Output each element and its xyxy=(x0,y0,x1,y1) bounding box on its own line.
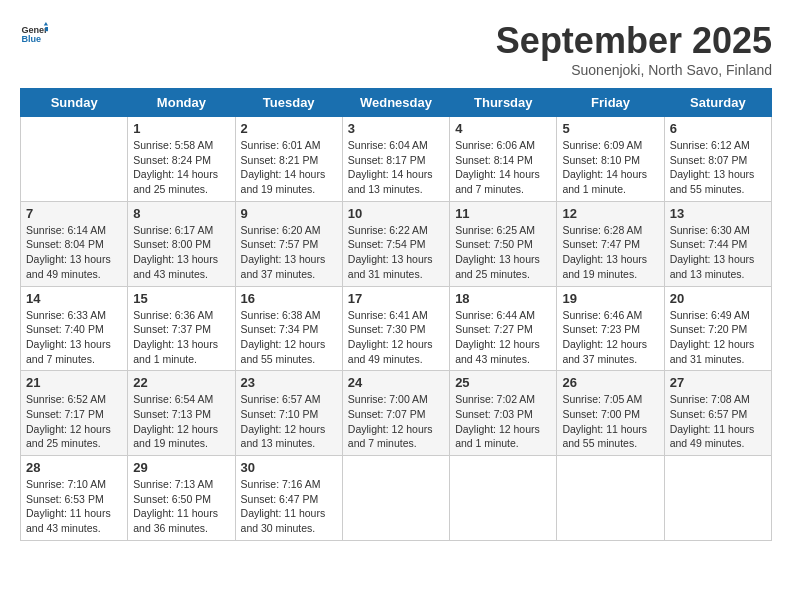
calendar-cell: 26Sunrise: 7:05 AM Sunset: 7:00 PM Dayli… xyxy=(557,371,664,456)
calendar-cell: 21Sunrise: 6:52 AM Sunset: 7:17 PM Dayli… xyxy=(21,371,128,456)
calendar-cell xyxy=(664,456,771,541)
calendar-cell: 2Sunrise: 6:01 AM Sunset: 8:21 PM Daylig… xyxy=(235,117,342,202)
day-number: 7 xyxy=(26,206,122,221)
day-number: 16 xyxy=(241,291,337,306)
svg-marker-2 xyxy=(44,22,48,26)
calendar-cell xyxy=(450,456,557,541)
calendar-cell: 16Sunrise: 6:38 AM Sunset: 7:34 PM Dayli… xyxy=(235,286,342,371)
day-number: 21 xyxy=(26,375,122,390)
calendar-cell: 15Sunrise: 6:36 AM Sunset: 7:37 PM Dayli… xyxy=(128,286,235,371)
calendar-cell: 29Sunrise: 7:13 AM Sunset: 6:50 PM Dayli… xyxy=(128,456,235,541)
calendar-cell: 20Sunrise: 6:49 AM Sunset: 7:20 PM Dayli… xyxy=(664,286,771,371)
day-number: 9 xyxy=(241,206,337,221)
day-info: Sunrise: 6:54 AM Sunset: 7:13 PM Dayligh… xyxy=(133,392,229,451)
day-info: Sunrise: 6:09 AM Sunset: 8:10 PM Dayligh… xyxy=(562,138,658,197)
calendar-cell: 7Sunrise: 6:14 AM Sunset: 8:04 PM Daylig… xyxy=(21,201,128,286)
calendar-cell: 14Sunrise: 6:33 AM Sunset: 7:40 PM Dayli… xyxy=(21,286,128,371)
day-info: Sunrise: 7:02 AM Sunset: 7:03 PM Dayligh… xyxy=(455,392,551,451)
calendar-cell: 10Sunrise: 6:22 AM Sunset: 7:54 PM Dayli… xyxy=(342,201,449,286)
calendar-cell: 12Sunrise: 6:28 AM Sunset: 7:47 PM Dayli… xyxy=(557,201,664,286)
weekday-header-tuesday: Tuesday xyxy=(235,89,342,117)
calendar-cell: 9Sunrise: 6:20 AM Sunset: 7:57 PM Daylig… xyxy=(235,201,342,286)
day-info: Sunrise: 6:46 AM Sunset: 7:23 PM Dayligh… xyxy=(562,308,658,367)
calendar-cell: 4Sunrise: 6:06 AM Sunset: 8:14 PM Daylig… xyxy=(450,117,557,202)
day-number: 1 xyxy=(133,121,229,136)
month-title: September 2025 xyxy=(496,20,772,62)
page-header: General Blue September 2025 Suonenjoki, … xyxy=(20,20,772,78)
weekday-header-saturday: Saturday xyxy=(664,89,771,117)
day-number: 24 xyxy=(348,375,444,390)
weekday-header-row: SundayMondayTuesdayWednesdayThursdayFrid… xyxy=(21,89,772,117)
day-info: Sunrise: 6:17 AM Sunset: 8:00 PM Dayligh… xyxy=(133,223,229,282)
day-number: 12 xyxy=(562,206,658,221)
day-info: Sunrise: 6:41 AM Sunset: 7:30 PM Dayligh… xyxy=(348,308,444,367)
day-info: Sunrise: 6:38 AM Sunset: 7:34 PM Dayligh… xyxy=(241,308,337,367)
day-info: Sunrise: 7:05 AM Sunset: 7:00 PM Dayligh… xyxy=(562,392,658,451)
calendar-week-row: 1Sunrise: 5:58 AM Sunset: 8:24 PM Daylig… xyxy=(21,117,772,202)
calendar-cell: 27Sunrise: 7:08 AM Sunset: 6:57 PM Dayli… xyxy=(664,371,771,456)
weekday-header-friday: Friday xyxy=(557,89,664,117)
day-info: Sunrise: 7:00 AM Sunset: 7:07 PM Dayligh… xyxy=(348,392,444,451)
calendar-cell: 28Sunrise: 7:10 AM Sunset: 6:53 PM Dayli… xyxy=(21,456,128,541)
day-number: 10 xyxy=(348,206,444,221)
day-info: Sunrise: 7:08 AM Sunset: 6:57 PM Dayligh… xyxy=(670,392,766,451)
day-number: 3 xyxy=(348,121,444,136)
calendar-cell: 5Sunrise: 6:09 AM Sunset: 8:10 PM Daylig… xyxy=(557,117,664,202)
day-info: Sunrise: 6:14 AM Sunset: 8:04 PM Dayligh… xyxy=(26,223,122,282)
calendar-cell: 13Sunrise: 6:30 AM Sunset: 7:44 PM Dayli… xyxy=(664,201,771,286)
day-info: Sunrise: 7:16 AM Sunset: 6:47 PM Dayligh… xyxy=(241,477,337,536)
day-info: Sunrise: 6:44 AM Sunset: 7:27 PM Dayligh… xyxy=(455,308,551,367)
day-number: 27 xyxy=(670,375,766,390)
day-number: 25 xyxy=(455,375,551,390)
day-info: Sunrise: 5:58 AM Sunset: 8:24 PM Dayligh… xyxy=(133,138,229,197)
day-number: 8 xyxy=(133,206,229,221)
day-info: Sunrise: 6:57 AM Sunset: 7:10 PM Dayligh… xyxy=(241,392,337,451)
day-info: Sunrise: 7:13 AM Sunset: 6:50 PM Dayligh… xyxy=(133,477,229,536)
svg-marker-3 xyxy=(45,27,48,31)
day-number: 30 xyxy=(241,460,337,475)
calendar-cell: 24Sunrise: 7:00 AM Sunset: 7:07 PM Dayli… xyxy=(342,371,449,456)
calendar-cell: 6Sunrise: 6:12 AM Sunset: 8:07 PM Daylig… xyxy=(664,117,771,202)
calendar-week-row: 21Sunrise: 6:52 AM Sunset: 7:17 PM Dayli… xyxy=(21,371,772,456)
calendar-cell: 25Sunrise: 7:02 AM Sunset: 7:03 PM Dayli… xyxy=(450,371,557,456)
day-number: 18 xyxy=(455,291,551,306)
calendar-cell xyxy=(557,456,664,541)
weekday-header-sunday: Sunday xyxy=(21,89,128,117)
logo: General Blue xyxy=(20,20,48,48)
day-info: Sunrise: 6:22 AM Sunset: 7:54 PM Dayligh… xyxy=(348,223,444,282)
calendar-cell: 8Sunrise: 6:17 AM Sunset: 8:00 PM Daylig… xyxy=(128,201,235,286)
calendar-cell: 30Sunrise: 7:16 AM Sunset: 6:47 PM Dayli… xyxy=(235,456,342,541)
calendar-cell: 18Sunrise: 6:44 AM Sunset: 7:27 PM Dayli… xyxy=(450,286,557,371)
day-number: 11 xyxy=(455,206,551,221)
weekday-header-wednesday: Wednesday xyxy=(342,89,449,117)
svg-text:General: General xyxy=(21,25,48,35)
day-info: Sunrise: 6:04 AM Sunset: 8:17 PM Dayligh… xyxy=(348,138,444,197)
calendar-table: SundayMondayTuesdayWednesdayThursdayFrid… xyxy=(20,88,772,541)
day-number: 20 xyxy=(670,291,766,306)
day-number: 15 xyxy=(133,291,229,306)
day-info: Sunrise: 6:06 AM Sunset: 8:14 PM Dayligh… xyxy=(455,138,551,197)
day-number: 4 xyxy=(455,121,551,136)
calendar-week-row: 7Sunrise: 6:14 AM Sunset: 8:04 PM Daylig… xyxy=(21,201,772,286)
calendar-cell: 17Sunrise: 6:41 AM Sunset: 7:30 PM Dayli… xyxy=(342,286,449,371)
logo-icon: General Blue xyxy=(20,20,48,48)
calendar-cell: 3Sunrise: 6:04 AM Sunset: 8:17 PM Daylig… xyxy=(342,117,449,202)
calendar-cell: 22Sunrise: 6:54 AM Sunset: 7:13 PM Dayli… xyxy=(128,371,235,456)
day-info: Sunrise: 6:36 AM Sunset: 7:37 PM Dayligh… xyxy=(133,308,229,367)
day-number: 14 xyxy=(26,291,122,306)
day-info: Sunrise: 6:33 AM Sunset: 7:40 PM Dayligh… xyxy=(26,308,122,367)
day-info: Sunrise: 6:28 AM Sunset: 7:47 PM Dayligh… xyxy=(562,223,658,282)
calendar-week-row: 28Sunrise: 7:10 AM Sunset: 6:53 PM Dayli… xyxy=(21,456,772,541)
calendar-cell xyxy=(21,117,128,202)
day-info: Sunrise: 6:12 AM Sunset: 8:07 PM Dayligh… xyxy=(670,138,766,197)
day-number: 2 xyxy=(241,121,337,136)
day-number: 19 xyxy=(562,291,658,306)
day-number: 22 xyxy=(133,375,229,390)
day-info: Sunrise: 6:49 AM Sunset: 7:20 PM Dayligh… xyxy=(670,308,766,367)
day-number: 26 xyxy=(562,375,658,390)
day-info: Sunrise: 6:20 AM Sunset: 7:57 PM Dayligh… xyxy=(241,223,337,282)
calendar-cell: 23Sunrise: 6:57 AM Sunset: 7:10 PM Dayli… xyxy=(235,371,342,456)
day-info: Sunrise: 6:30 AM Sunset: 7:44 PM Dayligh… xyxy=(670,223,766,282)
day-number: 28 xyxy=(26,460,122,475)
calendar-week-row: 14Sunrise: 6:33 AM Sunset: 7:40 PM Dayli… xyxy=(21,286,772,371)
